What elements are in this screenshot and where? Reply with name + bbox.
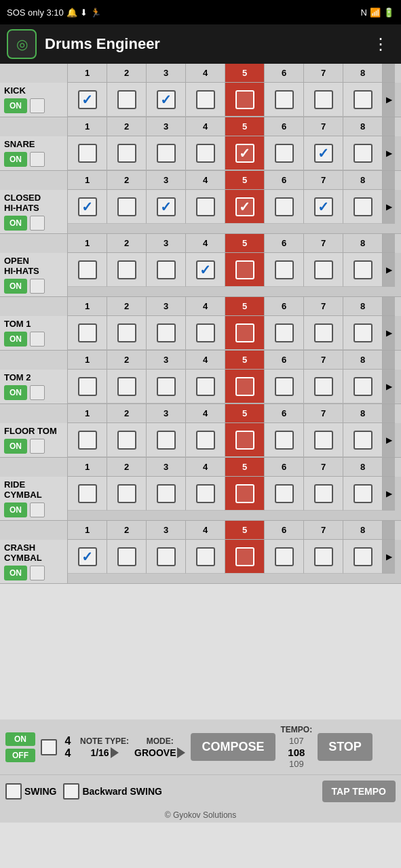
beat-cell-6-1[interactable] (107, 423, 147, 457)
beat-cell-2-3[interactable] (186, 190, 225, 224)
beat-cell-4-0[interactable] (68, 316, 107, 350)
beat-cell-3-7[interactable] (343, 253, 383, 287)
beat-cell-5-4[interactable] (225, 370, 265, 403)
beat-cell-5-7[interactable] (343, 370, 383, 403)
beat-cell-5-2[interactable] (147, 370, 186, 403)
beat-cell-7-1[interactable] (107, 477, 147, 511)
beat-cell-6-4[interactable] (225, 423, 265, 457)
on-button-7[interactable]: ON (4, 502, 27, 517)
drum-small-btn-1[interactable] (30, 152, 45, 167)
beat-cell-5-0[interactable] (68, 370, 107, 403)
on-button-4[interactable]: ON (4, 332, 27, 347)
beat-cell-1-7[interactable] (343, 136, 383, 170)
compose-button[interactable]: COMPOSE (191, 733, 275, 761)
beat-cell-7-6[interactable] (304, 477, 343, 511)
beat-cell-1-6[interactable] (304, 136, 343, 170)
beat-cell-4-5[interactable] (265, 316, 304, 350)
beat-cell-8-7[interactable] (343, 540, 383, 574)
beat-cell-0-0[interactable] (68, 83, 107, 117)
beat-cell-1-3[interactable] (186, 136, 225, 170)
beat-cell-3-5[interactable] (265, 253, 304, 287)
footer-checkbox[interactable] (41, 739, 57, 755)
beat-cell-0-6[interactable] (304, 83, 343, 117)
beat-cell-5-1[interactable] (107, 370, 147, 403)
beat-cell-8-6[interactable] (304, 540, 343, 574)
beat-cell-5-6[interactable] (304, 370, 343, 403)
global-on-button[interactable]: ON (5, 732, 35, 746)
beat-cell-6-7[interactable] (343, 423, 383, 457)
scroll-arrow-1[interactable]: ▶ (383, 136, 395, 170)
beat-cell-8-2[interactable] (147, 540, 186, 574)
beat-cell-1-4[interactable] (225, 136, 265, 170)
on-button-1[interactable]: ON (4, 152, 27, 167)
scroll-arrow-8[interactable]: ▶ (383, 540, 395, 574)
drum-small-btn-4[interactable] (30, 332, 45, 347)
beat-cell-7-3[interactable] (186, 477, 225, 511)
global-off-button[interactable]: OFF (5, 749, 35, 762)
scroll-arrow-3[interactable]: ▶ (383, 253, 395, 287)
swing-checkbox[interactable] (5, 783, 22, 800)
beat-cell-1-5[interactable] (265, 136, 304, 170)
beat-cell-8-1[interactable] (107, 540, 147, 574)
beat-cell-2-0[interactable] (68, 190, 107, 224)
beat-cell-0-3[interactable] (186, 83, 225, 117)
beat-cell-7-7[interactable] (343, 477, 383, 511)
on-button-5[interactable]: ON (4, 385, 27, 400)
beat-cell-2-1[interactable] (107, 190, 147, 224)
drum-small-btn-8[interactable] (30, 566, 45, 580)
beat-cell-1-1[interactable] (107, 136, 147, 170)
beat-cell-3-2[interactable] (147, 253, 186, 287)
beat-cell-8-5[interactable] (265, 540, 304, 574)
stop-button[interactable]: STOP (318, 733, 373, 761)
tap-tempo-button[interactable]: TAP TEMPO (322, 781, 396, 802)
scroll-arrow-2[interactable]: ▶ (383, 190, 395, 224)
beat-cell-7-5[interactable] (265, 477, 304, 511)
beat-cell-3-4[interactable] (225, 253, 265, 287)
beat-cell-6-0[interactable] (68, 423, 107, 457)
on-button-0[interactable]: ON (4, 98, 27, 113)
beat-cell-8-0[interactable] (68, 540, 107, 574)
beat-cell-3-0[interactable] (68, 253, 107, 287)
beat-cell-1-2[interactable] (147, 136, 186, 170)
beat-cell-0-7[interactable] (343, 83, 383, 117)
drum-small-btn-6[interactable] (30, 439, 45, 454)
beat-cell-4-2[interactable] (147, 316, 186, 350)
on-button-3[interactable]: ON (4, 279, 27, 294)
scroll-arrow-6[interactable]: ▶ (383, 423, 395, 457)
beat-cell-8-3[interactable] (186, 540, 225, 574)
beat-cell-0-1[interactable] (107, 83, 147, 117)
on-button-6[interactable]: ON (4, 439, 27, 454)
beat-cell-4-3[interactable] (186, 316, 225, 350)
beat-cell-3-1[interactable] (107, 253, 147, 287)
beat-cell-7-4[interactable] (225, 477, 265, 511)
note-type-dropdown[interactable] (111, 747, 119, 758)
scroll-arrow-4[interactable]: ▶ (383, 316, 395, 350)
beat-cell-2-2[interactable] (147, 190, 186, 224)
beat-cell-8-4[interactable] (225, 540, 265, 574)
beat-cell-0-2[interactable] (147, 83, 186, 117)
menu-button[interactable]: ⋮ (367, 32, 394, 56)
beat-cell-4-4[interactable] (225, 316, 265, 350)
on-button-8[interactable]: ON (4, 566, 27, 580)
drum-small-btn-5[interactable] (30, 385, 45, 400)
scroll-arrow-7[interactable]: ▶ (383, 477, 395, 511)
backward-swing-checkbox[interactable] (63, 783, 79, 800)
on-button-2[interactable]: ON (4, 216, 27, 231)
beat-cell-2-6[interactable] (304, 190, 343, 224)
beat-cell-4-1[interactable] (107, 316, 147, 350)
beat-cell-1-0[interactable] (68, 136, 107, 170)
beat-cell-5-5[interactable] (265, 370, 304, 403)
beat-cell-6-6[interactable] (304, 423, 343, 457)
scroll-arrow-0[interactable]: ▶ (383, 83, 395, 117)
drum-small-btn-2[interactable] (30, 216, 45, 231)
beat-cell-5-3[interactable] (186, 370, 225, 403)
drum-small-btn-7[interactable] (30, 502, 45, 517)
beat-cell-6-3[interactable] (186, 423, 225, 457)
beat-cell-2-7[interactable] (343, 190, 383, 224)
beat-cell-6-2[interactable] (147, 423, 186, 457)
beat-cell-7-0[interactable] (68, 477, 107, 511)
mode-dropdown[interactable] (177, 747, 185, 758)
beat-cell-0-5[interactable] (265, 83, 304, 117)
drum-small-btn-3[interactable] (30, 279, 45, 294)
beat-cell-4-7[interactable] (343, 316, 383, 350)
